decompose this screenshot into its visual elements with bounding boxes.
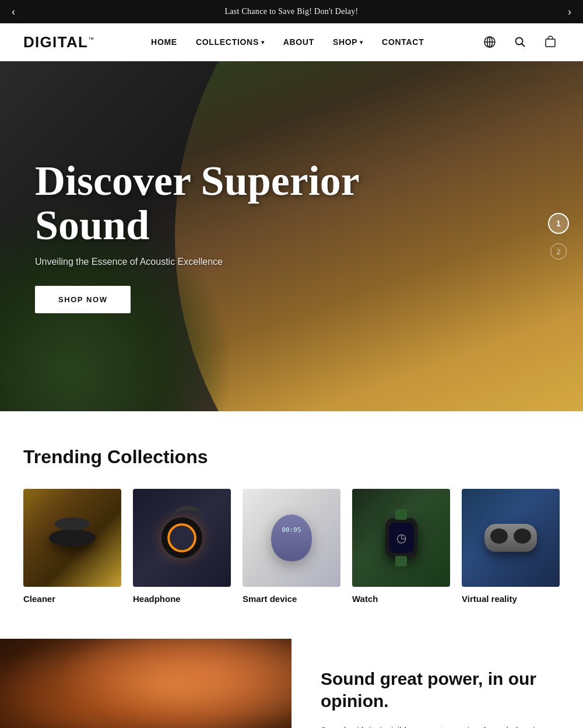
svg-rect-6 [546,39,555,47]
collection-image-vr [462,489,560,587]
vr-product-shape [484,524,537,552]
search-icon-button[interactable] [511,33,529,51]
nav-contact[interactable]: CONTACT [382,37,424,47]
announcement-text: Last Chance to Save Big! Don't Delay! [224,7,358,16]
slide-indicator-1[interactable]: 1 [548,213,569,234]
nav-home[interactable]: HOME [151,37,177,47]
cart-icon-button[interactable] [541,33,560,51]
watch-product-shape [385,518,417,558]
chevron-down-icon: ▾ [261,39,265,46]
nav-about[interactable]: ABOUT [283,37,314,47]
hero-section: Discover Superior Sound Unveiling the Es… [0,61,583,411]
collection-item-watch[interactable]: Watch [352,489,450,604]
cleaner-product-shape [49,529,96,547]
chevron-down-icon: ▾ [360,39,363,46]
collections-grid: Cleaner Headphone Smart device [23,489,560,604]
headphone-product-shape [161,517,202,558]
trending-section: Trending Collections Cleaner Headphone [0,411,583,627]
nav-shop[interactable]: SHOP ▾ [333,37,363,47]
feature-text: Sound great power, in our opinion. Sound… [292,639,583,728]
header-icons [480,33,560,51]
collection-image-cleaner [23,489,121,587]
hero-title: Discover Superior Sound [35,159,373,247]
hero-content: Discover Superior Sound Unveiling the Es… [35,159,373,313]
collection-item-headphone[interactable]: Headphone [133,489,231,604]
feature-body: Sound, with its invisible waves traversi… [321,723,554,728]
collection-label-headphone: Headphone [133,594,231,604]
globe-icon-button[interactable] [480,33,499,51]
hero-subtitle: Unveiling the Essence of Acoustic Excell… [35,257,373,267]
trending-title: Trending Collections [23,446,560,468]
collection-label-vr: Virtual reality [462,594,560,604]
feature-image-inner [0,639,292,728]
slide-indicators: 1 2 [548,213,569,260]
svg-point-4 [515,38,522,45]
watch-screen [389,523,414,553]
smart-device-product-shape [271,514,312,561]
collection-item-smart-device[interactable]: Smart device [243,489,340,604]
feature-image [0,639,292,728]
site-logo[interactable]: DIGITAL™ [23,33,94,51]
collection-item-vr[interactable]: Virtual reality [462,489,560,604]
main-nav: HOME COLLECTIONS ▾ ABOUT SHOP ▾ CONTACT [151,37,424,47]
collection-image-headphone [133,489,231,587]
collection-image-watch [352,489,450,587]
collection-label-watch: Watch [352,594,450,604]
slide-indicator-2[interactable]: 2 [550,243,567,260]
collection-label-cleaner: Cleaner [23,594,121,604]
svg-line-5 [522,44,525,47]
nav-collections[interactable]: COLLECTIONS ▾ [196,37,265,47]
announcement-next-button[interactable]: › [568,6,571,18]
hero-cta-button[interactable]: SHOP NOW [35,286,131,313]
collection-item-cleaner[interactable]: Cleaner [23,489,121,604]
site-header: DIGITAL™ HOME COLLECTIONS ▾ ABOUT SHOP ▾… [0,23,583,61]
collection-image-smart-device [243,489,340,587]
announcement-bar: ‹ Last Chance to Save Big! Don't Delay! … [0,0,583,23]
feature-heading: Sound great power, in our opinion. [321,668,554,712]
collection-label-smart-device: Smart device [243,594,340,604]
announcement-prev-button[interactable]: ‹ [12,6,15,18]
feature-section: Sound great power, in our opinion. Sound… [0,639,583,728]
